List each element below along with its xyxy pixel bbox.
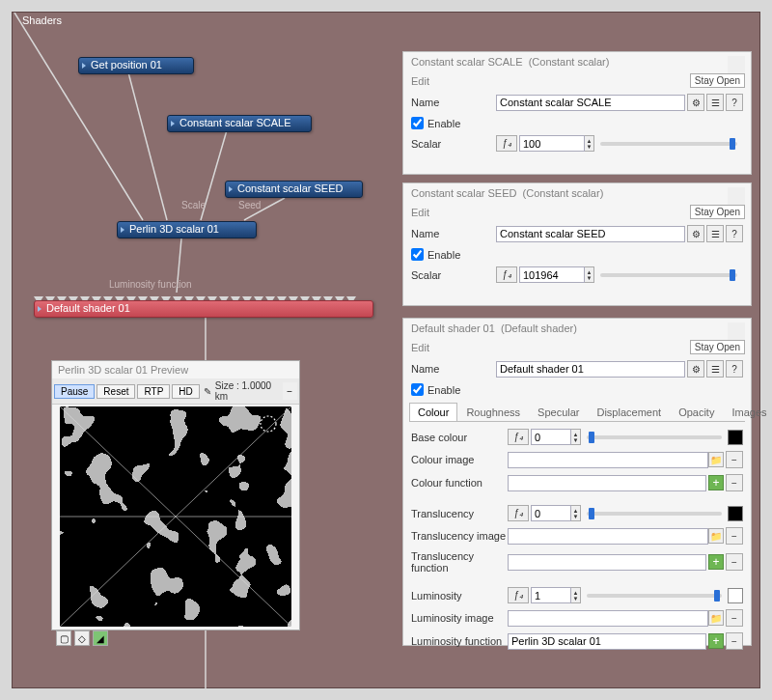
node-perlin-scalar[interactable]: Perlin 3D scalar 01 — [117, 221, 257, 238]
fx-icon[interactable]: ƒ₄ — [508, 505, 529, 521]
scalar-input[interactable] — [519, 135, 585, 152]
stay-open-button[interactable]: Stay Open — [690, 205, 745, 219]
tab-roughness[interactable]: Roughness — [457, 403, 529, 421]
scalar-spinner[interactable] — [585, 135, 594, 152]
luminosity-image-input[interactable] — [508, 610, 708, 627]
luminosity-function-input[interactable] — [508, 633, 706, 650]
base-colour-spinner[interactable] — [571, 429, 581, 445]
tab-images[interactable]: Images — [723, 403, 772, 421]
fx-icon[interactable]: ƒ₄ — [508, 587, 529, 603]
translucency-function-label: Translucency function — [411, 550, 508, 574]
translucency-image-input[interactable] — [508, 528, 708, 545]
panel-minimize-button[interactable] — [728, 187, 745, 205]
luminosity-spinner[interactable] — [571, 587, 581, 603]
node-constant-scale[interactable]: Constant scalar SCALE — [167, 115, 312, 132]
rtp-button[interactable]: RTP — [137, 384, 170, 399]
translucency-input[interactable] — [531, 505, 571, 521]
luminosity-input[interactable] — [531, 587, 571, 603]
scalar-slider[interactable] — [600, 273, 737, 277]
fx-icon[interactable]: ƒ₄ — [496, 266, 517, 283]
preview-canvas[interactable] — [60, 406, 291, 627]
panel-title: Default shader 01 — [411, 322, 495, 334]
base-colour-slider[interactable] — [587, 435, 722, 439]
preview-view2-icon[interactable]: ◇ — [74, 630, 90, 646]
remove-button[interactable]: − — [726, 553, 743, 571]
add-button[interactable]: + — [708, 554, 724, 570]
tab-opacity[interactable]: Opacity — [670, 403, 723, 421]
panel-subtitle: (Constant scalar) — [523, 187, 604, 199]
base-colour-input[interactable] — [531, 429, 571, 445]
preview-view1-icon[interactable]: ▢ — [56, 630, 71, 646]
tab-specular[interactable]: Specular — [529, 403, 588, 421]
luminosity-swatch[interactable] — [728, 588, 743, 603]
enable-checkbox[interactable] — [411, 248, 424, 261]
enable-label: Enable — [427, 249, 460, 261]
translucency-slider[interactable] — [587, 512, 722, 516]
tab-colour[interactable]: Colour — [409, 403, 457, 421]
stay-open-button[interactable]: Stay Open — [690, 340, 745, 354]
help-icon[interactable]: ? — [726, 94, 743, 111]
preview-toolbar: Pause Reset RTP HD ✎ Size : 1.0000 km − — [52, 378, 299, 405]
stay-open-button[interactable]: Stay Open — [690, 73, 745, 88]
remove-button[interactable]: − — [726, 527, 743, 545]
scalar-slider[interactable] — [600, 142, 737, 146]
folder-icon[interactable]: 📁 — [708, 610, 724, 626]
panel-title: Constant scalar SEED — [411, 187, 516, 199]
remove-button[interactable]: − — [726, 609, 743, 627]
fx-icon[interactable]: ƒ₄ — [496, 135, 517, 152]
name-input[interactable] — [496, 226, 685, 242]
translucency-function-input[interactable] — [508, 554, 706, 571]
preview-window[interactable]: Perlin 3D scalar 01 Preview Pause Reset … — [51, 360, 300, 630]
tab-displacement[interactable]: Displacement — [588, 403, 670, 421]
luminosity-function-label: Luminosity function — [411, 635, 508, 647]
notes-icon[interactable]: ☰ — [706, 360, 724, 378]
node-label: Constant scalar SEED — [237, 182, 343, 194]
name-label: Name — [411, 228, 496, 239]
add-button[interactable]: + — [708, 633, 724, 649]
reset-button[interactable]: Reset — [96, 384, 135, 399]
folder-icon[interactable]: 📁 — [708, 452, 724, 467]
remove-button[interactable]: − — [726, 474, 743, 491]
enable-checkbox[interactable] — [411, 383, 424, 396]
hd-button[interactable]: HD — [172, 384, 199, 399]
help-icon[interactable]: ? — [726, 225, 743, 242]
folder-icon[interactable]: 📁 — [708, 528, 724, 544]
gear-icon[interactable]: ⚙ — [687, 94, 704, 111]
help-icon[interactable]: ? — [726, 360, 743, 378]
panel-minimize-button[interactable] — [728, 322, 745, 340]
scalar-spinner[interactable] — [585, 266, 594, 283]
name-input[interactable] — [496, 95, 685, 111]
gear-icon[interactable]: ⚙ — [687, 225, 704, 242]
remove-button[interactable]: − — [726, 451, 743, 468]
fx-icon[interactable]: ƒ₄ — [508, 429, 529, 445]
notes-icon[interactable]: ☰ — [706, 94, 724, 111]
scalar-label: Scalar — [411, 269, 496, 281]
translucency-swatch[interactable] — [728, 506, 743, 521]
preview-minimize-button[interactable]: − — [283, 382, 297, 400]
node-label: Perlin 3D scalar 01 — [129, 223, 219, 235]
pause-button[interactable]: Pause — [54, 384, 95, 399]
colour-image-input[interactable] — [508, 452, 708, 468]
translucency-spinner[interactable] — [571, 505, 581, 521]
notes-icon[interactable]: ☰ — [706, 225, 724, 242]
brush-icon[interactable]: ✎ — [204, 386, 211, 397]
base-colour-swatch[interactable] — [728, 430, 743, 445]
add-button[interactable]: + — [708, 475, 724, 490]
node-default-shader[interactable]: Default shader 01 — [34, 300, 373, 318]
remove-button[interactable]: − — [726, 632, 743, 650]
panel-subtitle: (Constant scalar) — [529, 56, 610, 68]
node-get-position[interactable]: Get position 01 — [78, 57, 194, 74]
svg-line-0 — [14, 13, 143, 220]
colour-function-input[interactable] — [508, 475, 706, 491]
scalar-input[interactable] — [519, 266, 585, 283]
name-input[interactable] — [496, 361, 685, 378]
luminosity-slider[interactable] — [587, 594, 722, 598]
gear-icon[interactable]: ⚙ — [687, 360, 704, 378]
shader-tabs: Colour Roughness Specular Displacement O… — [409, 403, 745, 422]
shaders-workspace[interactable]: Shaders Get position 01 Constant scalar … — [12, 12, 760, 688]
node-constant-seed[interactable]: Constant scalar SEED — [225, 181, 363, 198]
panel-title: Constant scalar SCALE — [411, 56, 523, 68]
preview-view3-icon[interactable]: ◢ — [93, 630, 108, 646]
enable-checkbox[interactable] — [411, 117, 424, 129]
panel-minimize-button[interactable] — [728, 56, 745, 73]
